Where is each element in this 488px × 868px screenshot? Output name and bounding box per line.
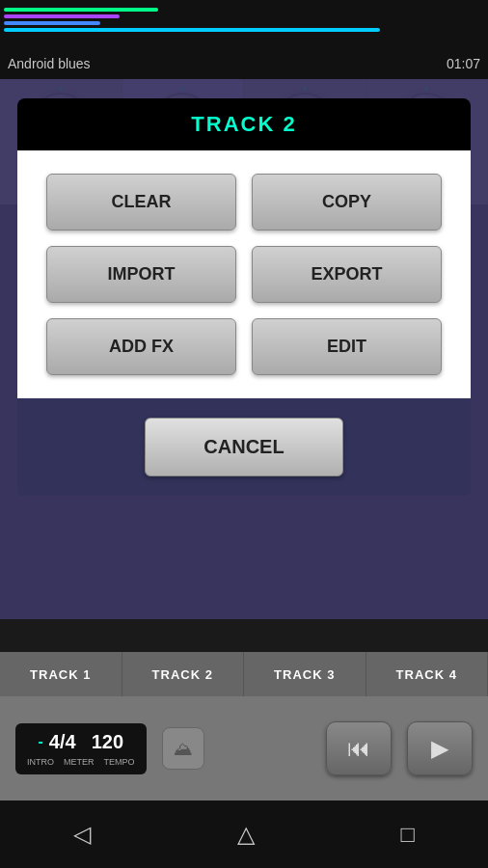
mountain-icon: ⛰ bbox=[174, 738, 193, 760]
transport-bar: - 4/4 120 INTRO METER TEMPO ⛰ ⏮ ▶ bbox=[0, 696, 488, 800]
waveform-area: Android blues 01:07 bbox=[0, 0, 488, 79]
android-nav-bar: ◁ △ □ bbox=[0, 800, 488, 868]
recent-apps-button[interactable]: □ bbox=[401, 821, 416, 848]
dialog-buttons-grid: CLEAR COPY IMPORT EXPORT ADD FX EDIT bbox=[17, 150, 471, 398]
rewind-button[interactable]: ⏮ bbox=[326, 721, 392, 775]
home-button[interactable]: △ bbox=[237, 821, 255, 848]
tempo-minus-sign: - bbox=[39, 733, 43, 750]
song-time: 01:07 bbox=[447, 56, 480, 71]
settings-button[interactable]: ⛰ bbox=[162, 727, 204, 770]
dialog-footer: CANCEL bbox=[17, 398, 471, 496]
rewind-icon: ⏮ bbox=[347, 735, 370, 762]
tempo-labels: INTRO METER TEMPO bbox=[27, 757, 135, 767]
tempo-label: TEMPO bbox=[104, 757, 135, 767]
waveform-line-3 bbox=[4, 21, 100, 25]
dialog-overlay: TRACK 2 CLEAR COPY IMPORT EXPORT ADD FX … bbox=[0, 79, 488, 619]
tempo-top: - 4/4 120 bbox=[39, 731, 124, 753]
intro-label: INTRO bbox=[27, 757, 54, 767]
track-tab-1[interactable]: TRACK 1 bbox=[0, 652, 122, 696]
play-icon: ▶ bbox=[431, 735, 448, 762]
time-signature: 4/4 bbox=[49, 731, 76, 753]
waveform-lines bbox=[4, 8, 380, 32]
import-button[interactable]: IMPORT bbox=[46, 246, 236, 303]
tempo-display: - 4/4 120 INTRO METER TEMPO bbox=[15, 723, 147, 774]
track-tab-4[interactable]: TRACK 4 bbox=[366, 652, 489, 696]
song-title: Android blues bbox=[8, 56, 91, 71]
dialog-box: TRACK 2 CLEAR COPY IMPORT EXPORT ADD FX … bbox=[17, 98, 471, 496]
track-tab-label-3: TRACK 3 bbox=[274, 667, 335, 682]
track-tab-label-4: TRACK 4 bbox=[396, 667, 457, 682]
edit-button[interactable]: EDIT bbox=[252, 318, 442, 375]
track-tab-label-1: TRACK 1 bbox=[30, 667, 91, 682]
dialog-title: TRACK 2 bbox=[191, 112, 296, 136]
cancel-button[interactable]: CANCEL bbox=[145, 418, 342, 476]
clear-button[interactable]: CLEAR bbox=[46, 174, 236, 231]
waveform-line-1 bbox=[4, 8, 158, 12]
meter-label: METER bbox=[64, 757, 95, 767]
track-tab-2[interactable]: TRACK 2 bbox=[122, 652, 245, 696]
track-tab-label-2: TRACK 2 bbox=[152, 667, 213, 682]
export-button[interactable]: EXPORT bbox=[252, 246, 442, 303]
bpm-value: 120 bbox=[92, 731, 123, 753]
dialog-header: TRACK 2 bbox=[17, 98, 471, 150]
track-tabs: TRACK 1 TRACK 2 TRACK 3 TRACK 4 bbox=[0, 652, 488, 696]
waveform-line-2 bbox=[4, 14, 120, 18]
back-button[interactable]: ◁ bbox=[73, 821, 91, 848]
waveform-line-4 bbox=[4, 28, 380, 32]
add-fx-button[interactable]: ADD FX bbox=[46, 318, 236, 375]
track-tab-3[interactable]: TRACK 3 bbox=[244, 652, 366, 696]
play-button[interactable]: ▶ bbox=[407, 721, 473, 775]
copy-button[interactable]: COPY bbox=[252, 174, 442, 231]
